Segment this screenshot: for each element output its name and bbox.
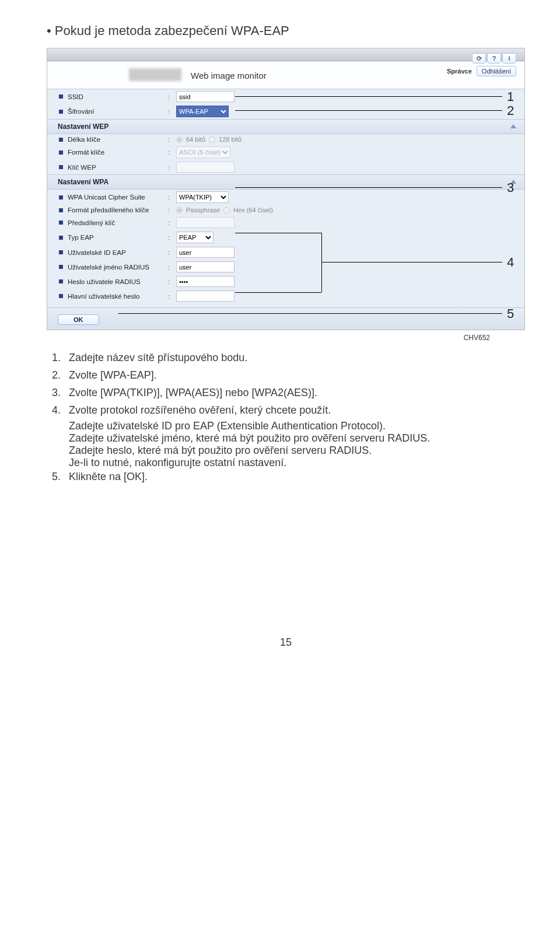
- row-format-pred: Formát předsdíleného klíče : Passphrase …: [47, 205, 524, 215]
- formatpred-radio-pass[interactable]: [176, 207, 183, 214]
- cipher-label: WPA Unicast Cipher Suite: [68, 194, 168, 201]
- instructions-list-2: 5.Klikněte na [OK].: [47, 469, 525, 485]
- row-hesloradius: Heslo uživatele RADIUS :: [47, 274, 524, 289]
- hesloradius-label: Heslo uživatele RADIUS: [68, 278, 168, 285]
- delka-opt1: 64 bitů: [186, 136, 205, 143]
- row-klic-wep: Klíč WEP :: [47, 160, 524, 174]
- row-typeap: Typ EAP : PEAP: [47, 230, 524, 245]
- square-bullet-icon: [59, 236, 63, 240]
- square-bullet-icon: [59, 165, 63, 169]
- instr-4b: Zadejte uživatelské jméno, které má být …: [47, 432, 525, 444]
- square-bullet-icon: [59, 250, 63, 254]
- screenshot: ⟳ ? i Web image monitor Správce Odhlášen…: [47, 48, 525, 330]
- ssid-label: SSID: [68, 93, 168, 100]
- instr-3: Zvolte [WPA(TKIP)], [WPA(AES)] nebo [WPA…: [69, 385, 317, 401]
- window-titlebar: [47, 48, 524, 61]
- delka-opt2: 128 bitů: [219, 136, 242, 143]
- formatpred-radio-hex[interactable]: [223, 207, 230, 214]
- instr-4c: Zadejte heslo, které má být použito pro …: [47, 444, 525, 457]
- collapse-icon: [510, 124, 516, 128]
- row-uzivjmradius: Uživatelské jméno RADIUS :: [47, 260, 524, 274]
- page-number: 15: [47, 636, 525, 649]
- delka-radio-128[interactable]: [209, 136, 215, 143]
- instr-4: Zvolte protokol rozšířeného ověření, kte…: [69, 402, 331, 419]
- form-area: SSID : Šifrování : WPA-EAP Nastavení WEP: [47, 89, 524, 330]
- klic-wep-label: Klíč WEP: [68, 164, 168, 171]
- square-bullet-icon: [59, 279, 63, 284]
- hesloradius-input[interactable]: [176, 276, 235, 287]
- row-sifrovani: Šifrování : WPA-EAP: [47, 104, 524, 119]
- square-bullet-icon: [59, 265, 63, 269]
- typeap-select[interactable]: PEAP: [176, 232, 214, 243]
- instr-2: Zvolte [WPA-EAP].: [69, 368, 157, 384]
- blurred-logo: [129, 68, 181, 81]
- instr-5: Klikněte na [OK].: [69, 469, 148, 485]
- collapse-icon: [510, 180, 516, 184]
- uzivjmradius-label: Uživatelské jméno RADIUS: [68, 264, 168, 271]
- ok-button[interactable]: OK: [58, 314, 99, 325]
- reference-code: CHV652: [47, 334, 525, 342]
- uzivideap-input[interactable]: [176, 247, 235, 258]
- format-klice-label: Formát klíče: [68, 149, 168, 156]
- row-ssid: SSID :: [47, 89, 524, 104]
- predsdileny-label: Předsdílený klíč: [68, 219, 168, 226]
- uzivideap-label: Uživatelské ID EAP: [68, 249, 168, 256]
- square-bullet-icon: [59, 208, 63, 212]
- instr-4d: Je-li to nutné, nakonfigurujte ostatní n…: [47, 457, 525, 469]
- hlavniheslo-input[interactable]: [176, 290, 235, 302]
- app-header: ⟳ ? i Web image monitor Správce Odhlášen…: [47, 61, 524, 89]
- section-wpa[interactable]: Nastavení WPA: [47, 174, 524, 190]
- row-format-klice: Formát klíče : ASCII (5 čísel): [47, 145, 524, 160]
- predsdileny-input[interactable]: [176, 217, 235, 228]
- sifrovani-label: Šifrování: [68, 108, 168, 115]
- section-wep[interactable]: Nastavení WEP: [47, 119, 524, 134]
- instr-1: Zadejte název sítě přístupového bodu.: [69, 350, 247, 366]
- row-delka: Délka klíče : 64 bitů 128 bitů: [47, 134, 524, 145]
- square-bullet-icon: [59, 94, 63, 99]
- square-bullet-icon: [59, 110, 63, 114]
- row-cipher: WPA Unicast Cipher Suite : WPA(TKIP): [47, 190, 524, 205]
- delka-radio-64[interactable]: [176, 136, 183, 143]
- info-icon[interactable]: i: [502, 53, 516, 64]
- app-title: Web image monitor: [191, 71, 267, 80]
- delka-label: Délka klíče: [68, 136, 168, 143]
- uzivjmradius-input[interactable]: [176, 261, 235, 272]
- square-bullet-icon: [59, 294, 63, 298]
- instructions-list: 1.Zadejte název sítě přístupového bodu. …: [47, 350, 525, 419]
- format-klice-select[interactable]: ASCII (5 čísel): [176, 146, 230, 158]
- sifrovani-select[interactable]: WPA-EAP: [176, 106, 229, 117]
- square-bullet-icon: [59, 138, 63, 142]
- ok-bar: OK: [47, 307, 524, 330]
- format-pred-label: Formát předsdíleného klíče: [68, 206, 168, 214]
- square-bullet-icon: [59, 220, 63, 225]
- ssid-input[interactable]: [176, 91, 235, 102]
- row-hlavniheslo: Hlavní uživatelské heslo :: [47, 289, 524, 307]
- role-label: Správce: [447, 68, 472, 75]
- row-predsdileny: Předsdílený klíč :: [47, 215, 524, 230]
- logout-button[interactable]: Odhlášení: [477, 66, 516, 76]
- formatpred-opt2: Hex (64 čísel): [233, 206, 273, 214]
- refresh-icon[interactable]: ⟳: [472, 53, 486, 64]
- row-uzivideap: Uživatelské ID EAP :: [47, 245, 524, 260]
- square-bullet-icon: [59, 195, 63, 200]
- instr-4a: Zadejte uživatelské ID pro EAP (Extensib…: [47, 420, 525, 432]
- formatpred-opt1: Passphrase: [186, 206, 220, 214]
- square-bullet-icon: [59, 150, 63, 155]
- help-icon[interactable]: ?: [487, 53, 501, 64]
- bullet-title: Pokud je metoda zabezpečení WPA-EAP: [47, 23, 525, 38]
- klic-wep-input[interactable]: [176, 162, 235, 173]
- hlavniheslo-label: Hlavní uživatelské heslo: [68, 293, 168, 300]
- typeap-label: Typ EAP: [68, 234, 168, 241]
- cipher-select[interactable]: WPA(TKIP): [176, 191, 229, 203]
